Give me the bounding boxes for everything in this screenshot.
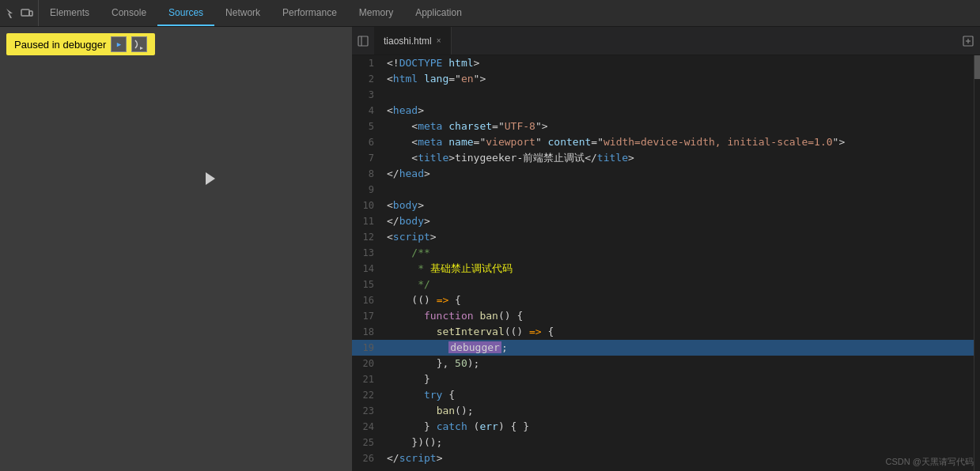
table-row-highlighted: 19 debugger; bbox=[352, 340, 980, 356]
code-table: 1 <!DOCTYPE html> 2 <html lang="en"> 3 4… bbox=[352, 55, 980, 466]
step-button[interactable] bbox=[131, 36, 147, 52]
table-row: 21 } bbox=[352, 371, 980, 387]
svg-rect-2 bbox=[358, 36, 368, 46]
file-tab-tiaoshi[interactable]: tiaoshi.html × bbox=[374, 27, 452, 55]
svg-rect-0 bbox=[21, 9, 29, 16]
step-icon bbox=[134, 39, 145, 50]
file-tab-close-button[interactable]: × bbox=[437, 36, 441, 45]
table-row: 6 <meta name="viewport" content="width=d… bbox=[352, 134, 980, 150]
cursor-pointer bbox=[206, 172, 215, 185]
right-panel: tiaoshi.html × 1 <!DOCTYPE html> bbox=[352, 27, 980, 471]
table-row: 9 bbox=[352, 182, 980, 198]
debugger-banner: Paused in debugger ▶ bbox=[6, 33, 155, 55]
tab-network[interactable]: Network bbox=[214, 0, 271, 26]
tab-memory[interactable]: Memory bbox=[348, 0, 404, 26]
table-row: 4 <head> bbox=[352, 103, 980, 119]
table-row: 7 <title>tinygeeker-前端禁止调试</title> bbox=[352, 150, 980, 166]
tab-sources[interactable]: Sources bbox=[157, 0, 214, 26]
table-row: 22 try { bbox=[352, 387, 980, 403]
table-row: 5 <meta charset="UTF-8"> bbox=[352, 119, 980, 134]
table-row: 13 /** bbox=[352, 245, 980, 261]
table-row: 17 function ban() { bbox=[352, 308, 980, 324]
table-row: 3 bbox=[352, 87, 980, 103]
debugger-banner-text: Paused in debugger bbox=[14, 39, 106, 51]
table-row: 24 } catch (err) { } bbox=[352, 419, 980, 435]
device-icon[interactable] bbox=[21, 7, 33, 20]
tab-performance[interactable]: Performance bbox=[271, 0, 348, 26]
main-area: Paused in debugger ▶ bbox=[0, 27, 980, 471]
table-row: 16 (() => { bbox=[352, 292, 980, 308]
resume-button[interactable]: ▶ bbox=[111, 36, 127, 52]
table-row: 14 * 基础禁止调试代码 bbox=[352, 261, 980, 277]
svg-rect-1 bbox=[29, 11, 32, 16]
tab-elements[interactable]: Elements bbox=[39, 0, 100, 26]
table-row: 18 setInterval(() => { bbox=[352, 324, 980, 340]
file-tab-name: tiaoshi.html bbox=[384, 36, 432, 47]
table-row: 8 </head> bbox=[352, 166, 980, 182]
devtools-icon-group bbox=[0, 0, 39, 26]
inspect-icon[interactable] bbox=[5, 7, 17, 20]
add-tab-icon bbox=[963, 36, 974, 47]
cursor-area bbox=[0, 62, 352, 471]
table-row: 2 <html lang="en"> bbox=[352, 71, 980, 87]
table-row: 23 ban(); bbox=[352, 403, 980, 419]
code-editor[interactable]: 1 <!DOCTYPE html> 2 <html lang="en"> 3 4… bbox=[352, 55, 980, 471]
scrollbar-thumb[interactable] bbox=[974, 55, 980, 79]
file-tab-bar: tiaoshi.html × bbox=[352, 27, 980, 55]
scrollbar-track[interactable] bbox=[974, 55, 980, 471]
table-row: 25 })(); bbox=[352, 435, 980, 450]
table-row: 10 <body> bbox=[352, 198, 980, 213]
watermark: CSDN @天黑请写代码 bbox=[886, 456, 974, 468]
sidebar-toggle-button[interactable] bbox=[352, 27, 374, 55]
table-row: 20 }, 50); bbox=[352, 356, 980, 371]
table-row: 15 */ bbox=[352, 277, 980, 292]
tab-application[interactable]: Application bbox=[404, 0, 473, 26]
devtools-topbar: Elements Console Sources Network Perform… bbox=[0, 0, 980, 27]
table-row: 11 </body> bbox=[352, 213, 980, 229]
tab-console[interactable]: Console bbox=[100, 0, 157, 26]
sidebar-icon bbox=[358, 36, 369, 47]
table-row: 12 <script> bbox=[352, 229, 980, 245]
file-tab-actions[interactable] bbox=[963, 36, 980, 47]
table-row: 1 <!DOCTYPE html> bbox=[352, 55, 980, 71]
left-panel: Paused in debugger ▶ bbox=[0, 27, 352, 471]
